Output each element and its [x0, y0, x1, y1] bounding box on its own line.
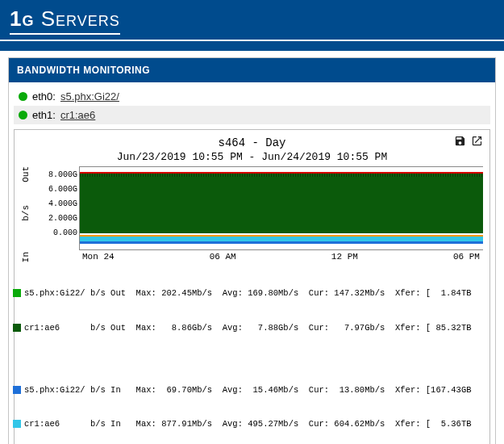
interface-link-eth1[interactable]: cr1:ae6 — [60, 109, 95, 121]
chart-card: s464 - Day Jun/23/2019 10:55 PM - Jun/24… — [14, 129, 490, 444]
interface-link-eth0[interactable]: s5.phx:Gi22/ — [60, 90, 119, 103]
legend-swatch-icon — [13, 289, 21, 297]
legend: s5.phx:Gi22/ b/s Out Max: 202.45Mb/s Avg… — [13, 265, 483, 444]
top-banner: 1g Servers — [0, 0, 504, 41]
legend-text: cr1:ae6 b/s Out Max: 8.86Gb/s Avg: 7.88G… — [24, 322, 472, 333]
chart-title: s464 - Day — [21, 136, 483, 149]
y-label-unit: b/s — [21, 205, 31, 221]
interface-label: eth0: — [32, 90, 56, 103]
plot-area[interactable] — [79, 166, 483, 250]
x-ticks: Mon 24 06 AM 12 PM 06 PM — [79, 252, 483, 262]
banner-stripe — [0, 41, 504, 51]
popout-icon[interactable] — [471, 135, 483, 150]
status-dot-icon — [19, 111, 27, 119]
legend-swatch-icon — [13, 324, 21, 332]
interface-row-eth1: eth1: cr1:ae6 — [14, 106, 490, 124]
y-label-in: In — [21, 252, 31, 262]
panel-title: BANDWIDTH MONITORING — [9, 58, 495, 82]
save-icon[interactable] — [454, 135, 466, 150]
y-label-out: Out — [21, 166, 31, 182]
legend-text: cr1:ae6 b/s In Max: 877.91Mb/s Avg: 495.… — [24, 418, 472, 429]
legend-swatch-icon — [13, 386, 21, 394]
chart-subtitle: Jun/23/2019 10:55 PM - Jun/24/2019 10:55… — [21, 151, 483, 163]
legend-text: s5.phx:Gi22/ b/s Out Max: 202.45Mb/s Avg… — [24, 287, 472, 299]
legend-text: s5.phx:Gi22/ b/s In Max: 69.70Mb/s Avg: … — [24, 384, 472, 396]
status-dot-icon — [19, 92, 27, 101]
main-chart: Out b/s In 8.000G 6.000G 4.000G 2.000G 0… — [40, 166, 483, 262]
interface-label: eth1: — [32, 109, 56, 121]
bandwidth-panel: BANDWIDTH MONITORING eth0: s5.phx:Gi22/ … — [8, 57, 496, 444]
logo: 1g Servers — [10, 6, 120, 35]
interface-row-eth0: eth0: s5.phx:Gi22/ — [14, 87, 490, 106]
legend-swatch-icon — [13, 420, 21, 428]
